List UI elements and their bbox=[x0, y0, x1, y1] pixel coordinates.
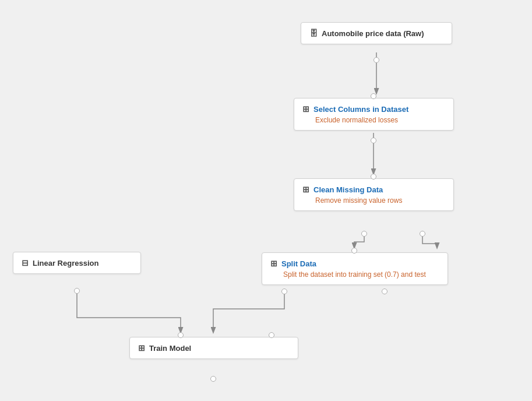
node-split-data-title: Split Data bbox=[281, 259, 316, 268]
module-icon-select: ⊞ bbox=[302, 104, 309, 114]
connector-train-in-right bbox=[269, 332, 274, 338]
node-split-data-subtitle: Split the dataset into training set (0.7… bbox=[270, 270, 439, 279]
node-split-data[interactable]: ⊞ Split Data Split the dataset into trai… bbox=[262, 252, 448, 285]
regression-icon: ⊟ bbox=[22, 258, 29, 268]
connector-clean-out-left bbox=[361, 231, 367, 237]
connector-clean-out-right bbox=[420, 231, 425, 237]
node-clean-missing-subtitle: Remove missing value rows bbox=[302, 196, 445, 205]
node-clean-missing-title: Clean Missing Data bbox=[313, 185, 383, 194]
node-linear-regression-title: Linear Regression bbox=[33, 259, 98, 268]
node-train-model-title: Train Model bbox=[149, 344, 191, 353]
connector-split-in bbox=[351, 248, 357, 254]
node-linear-regression[interactable]: ⊟ Linear Regression bbox=[13, 252, 141, 274]
connector-split-out-left bbox=[281, 289, 287, 294]
connector-select-in bbox=[371, 93, 376, 99]
node-select-columns[interactable]: ⊞ Select Columns in Dataset Exclude norm… bbox=[294, 98, 454, 131]
connector-automobile-out bbox=[374, 57, 379, 63]
connector-clean-in bbox=[371, 174, 376, 180]
connector-train-out bbox=[210, 376, 216, 382]
node-automobile-title: Automobile price data (Raw) bbox=[322, 29, 424, 38]
node-select-columns-subtitle: Exclude normalized losses bbox=[302, 116, 445, 124]
node-clean-missing[interactable]: ⊞ Clean Missing Data Remove missing valu… bbox=[294, 178, 454, 211]
connector-split-out-right bbox=[382, 289, 387, 294]
node-automobile[interactable]: 🗄 Automobile price data (Raw) bbox=[301, 22, 452, 44]
module-icon-clean: ⊞ bbox=[302, 185, 309, 194]
connector-select-out bbox=[371, 138, 376, 143]
train-icon: ⊞ bbox=[138, 343, 145, 353]
node-train-model[interactable]: ⊞ Train Model bbox=[129, 337, 298, 359]
database-icon: 🗄 bbox=[309, 29, 318, 38]
connector-train-in-left bbox=[178, 332, 184, 338]
module-icon-split: ⊞ bbox=[270, 259, 277, 268]
node-select-columns-title: Select Columns in Dataset bbox=[313, 105, 408, 114]
connector-regression-out bbox=[74, 288, 80, 294]
